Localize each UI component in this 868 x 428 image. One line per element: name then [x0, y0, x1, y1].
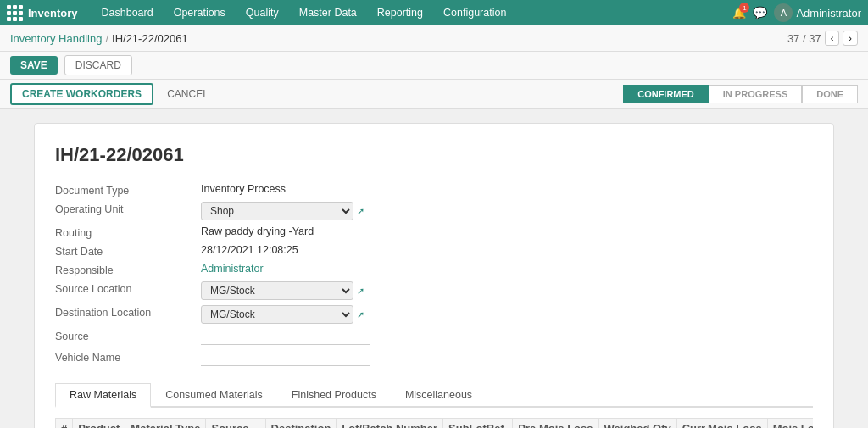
col-material-type: Material Type — [125, 419, 206, 429]
grid-icon — [7, 5, 23, 21]
breadcrumb-parent[interactable]: Inventory Handling — [10, 32, 102, 45]
col-mois-loss-qty: Mois.Loss Qty — [767, 419, 813, 429]
responsible-label: Responsible — [55, 263, 191, 276]
operating-unit-field: Shop ➚ — [201, 202, 564, 220]
save-button[interactable]: SAVE — [10, 56, 58, 75]
tab-raw-materials[interactable]: Raw Materials — [55, 383, 151, 408]
vehicle-name-input[interactable] — [201, 350, 370, 366]
nav-dashboard[interactable]: Dashboard — [92, 0, 164, 25]
table-wrapper: # Product Material Type Source Destinati… — [55, 418, 813, 428]
breadcrumb-current: IH/21-22/02061 — [112, 32, 188, 45]
next-button[interactable]: › — [843, 31, 858, 46]
workorder-toolbar: CREATE WORKORDERS CANCEL CONFIRMED IN PR… — [0, 80, 868, 109]
col-pre-mois: Pre.Mois.Loss — [513, 419, 598, 429]
avatar: A — [774, 3, 793, 22]
navbar-right: 🔔 1 💬 A Administrator — [732, 3, 861, 22]
nav-master-data[interactable]: Master Data — [289, 0, 367, 25]
navbar: Inventory Dashboard Operations Quality M… — [0, 0, 868, 25]
routing-value: Raw paddy drying -Yard — [201, 225, 564, 239]
discard-button[interactable]: DISCARD — [64, 55, 132, 75]
destination-location-label: Destination Location — [55, 305, 191, 324]
tab-consumed-materials[interactable]: Consumed Materials — [151, 383, 277, 408]
user-menu[interactable]: A Administrator — [774, 3, 861, 22]
responsible-value[interactable]: Administrator — [201, 263, 564, 276]
col-lot-batch: Lot/Batch Number — [337, 419, 443, 429]
status-confirmed[interactable]: CONFIRMED — [623, 85, 709, 103]
notification-icon[interactable]: 🔔 1 — [732, 6, 746, 19]
tab-finished-products[interactable]: Finished Products — [277, 383, 391, 408]
nav-menu: Dashboard Operations Quality Master Data… — [92, 0, 733, 25]
notification-badge: 1 — [739, 3, 749, 13]
routing-label: Routing — [55, 225, 191, 239]
document-type-label: Document Type — [55, 183, 191, 197]
brand-name: Inventory — [28, 7, 78, 19]
start-date-label: Start Date — [55, 244, 191, 258]
col-product: Product — [73, 419, 125, 429]
vehicle-name-label: Vehicle Name — [55, 350, 191, 366]
status-in-progress[interactable]: IN PROGRESS — [709, 85, 802, 103]
col-num: # — [56, 419, 73, 429]
col-destination: Destination — [265, 419, 337, 429]
document-title: IH/21-22/02061 — [55, 144, 813, 166]
pagination: 37 / 37 ‹ › — [787, 31, 858, 46]
nav-quality[interactable]: Quality — [236, 0, 289, 25]
pagination-label: 37 / 37 — [787, 32, 821, 45]
prev-button[interactable]: ‹ — [825, 31, 840, 46]
start-date-value: 28/12/2021 12:08:25 — [201, 244, 564, 258]
source-input[interactable] — [201, 329, 370, 345]
cancel-button[interactable]: CANCEL — [160, 85, 215, 103]
nav-operations[interactable]: Operations — [164, 0, 236, 25]
col-weighed-qty: Weighed Qty — [598, 419, 676, 429]
operating-unit-select[interactable]: Shop — [201, 202, 353, 220]
save-toolbar: SAVE DISCARD — [0, 52, 868, 80]
source-location-select[interactable]: MG/Stock — [201, 281, 353, 300]
tab-miscellaneous[interactable]: Miscellaneous — [391, 383, 487, 408]
main-card: IH/21-22/02061 Document Type Inventory P… — [34, 123, 834, 428]
source-location-ext-link[interactable]: ➚ — [357, 286, 364, 297]
breadcrumb: Inventory Handling / IH/21-22/02061 — [10, 32, 188, 45]
breadcrumb-separator: / — [105, 32, 108, 45]
raw-materials-table: # Product Material Type Source Destinati… — [55, 418, 813, 428]
col-source: Source — [206, 419, 265, 429]
user-name: Administrator — [796, 7, 861, 19]
col-curr-mois: Curr.Mois.Loss — [676, 419, 767, 429]
source-location-label: Source Location — [55, 281, 191, 300]
chat-icon[interactable]: 💬 — [753, 6, 767, 19]
document-type-value: Inventory Process — [201, 183, 564, 197]
operating-unit-ext-link[interactable]: ➚ — [357, 206, 364, 217]
nav-configuration[interactable]: Configuration — [433, 0, 516, 25]
breadcrumb-bar: Inventory Handling / IH/21-22/02061 37 /… — [0, 25, 868, 52]
source-label: Source — [55, 329, 191, 345]
destination-location-field: MG/Stock ➚ — [201, 305, 564, 324]
form-fields: Document Type Inventory Process Operatin… — [55, 183, 564, 366]
operating-unit-label: Operating Unit — [55, 202, 191, 220]
main-content: IH/21-22/02061 Document Type Inventory P… — [0, 109, 868, 428]
source-location-field: MG/Stock ➚ — [201, 281, 564, 300]
create-workorders-button[interactable]: CREATE WORKORDERS — [10, 83, 153, 105]
destination-location-select[interactable]: MG/Stock — [201, 305, 353, 324]
status-done[interactable]: DONE — [802, 85, 858, 103]
status-buttons: CONFIRMED IN PROGRESS DONE — [623, 85, 858, 103]
nav-reporting[interactable]: Reporting — [367, 0, 433, 25]
brand[interactable]: Inventory — [7, 5, 78, 21]
tabs: Raw Materials Consumed Materials Finishe… — [55, 383, 813, 408]
destination-location-ext-link[interactable]: ➚ — [357, 309, 364, 320]
col-sublot: SubLotRef. — [443, 419, 513, 429]
